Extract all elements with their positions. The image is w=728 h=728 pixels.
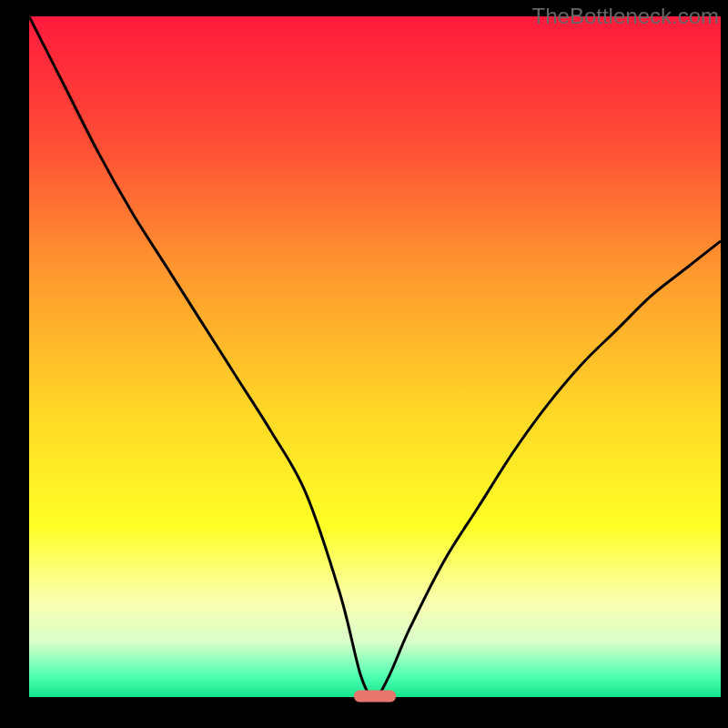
attribution-text: TheBottleneck.com xyxy=(532,4,719,29)
chart-container: TheBottleneck.com xyxy=(0,0,728,728)
optimal-marker xyxy=(354,691,396,703)
bottleneck-chart xyxy=(0,0,728,728)
gradient-background xyxy=(29,16,721,697)
